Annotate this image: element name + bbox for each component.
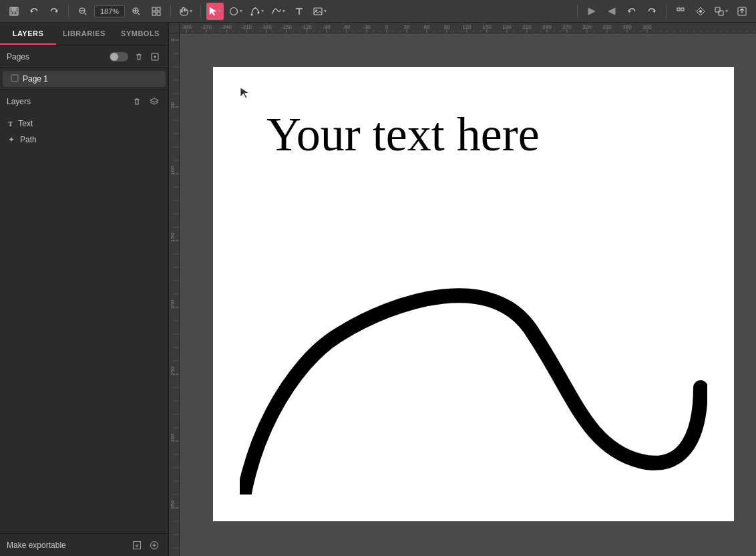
ellipse-chevron: ▾ bbox=[240, 8, 242, 14]
ruler-horizontal bbox=[180, 23, 756, 33]
sep1 bbox=[68, 5, 69, 18]
top-toolbar: 187% ▾ ▾ ▾ ▾ bbox=[0, 0, 756, 23]
svg-line-6 bbox=[85, 13, 86, 15]
undo-button[interactable] bbox=[25, 3, 43, 20]
text-tool-button[interactable] bbox=[291, 3, 308, 20]
layers-list: T Text ✦ Path bbox=[0, 113, 168, 533]
ruler-corner bbox=[169, 23, 180, 33]
flip-button[interactable] bbox=[603, 3, 620, 20]
add-page-button[interactable] bbox=[148, 50, 162, 63]
layers-icons bbox=[130, 94, 162, 109]
main-layout: Layers Libraries Symbols Pages bbox=[0, 23, 756, 556]
boolean-chevron: ▾ bbox=[725, 8, 728, 14]
svg-rect-13 bbox=[152, 12, 156, 15]
fit-button[interactable] bbox=[148, 3, 165, 20]
footer-icon-btn1[interactable] bbox=[130, 538, 144, 553]
sep4 bbox=[577, 5, 578, 18]
path-chevron: ▾ bbox=[261, 8, 264, 14]
footer-add-btn[interactable] bbox=[147, 538, 162, 553]
ellipse-tool-button[interactable]: ▾ bbox=[226, 3, 245, 20]
layers-header: Layers bbox=[0, 90, 168, 113]
svg-point-20 bbox=[315, 9, 317, 11]
path-tool-group: ▾ bbox=[248, 3, 266, 20]
pages-icons bbox=[132, 50, 162, 63]
toggle-thumb bbox=[110, 53, 118, 61]
svg-marker-21 bbox=[588, 8, 595, 15]
svg-line-10 bbox=[138, 13, 140, 15]
layer-item-path[interactable]: ✦ Path bbox=[0, 132, 168, 148]
svg-rect-24 bbox=[681, 8, 684, 11]
footer-icons bbox=[130, 538, 162, 553]
frame-button[interactable] bbox=[672, 3, 689, 20]
curve-chevron: ▾ bbox=[282, 8, 285, 14]
pages-toggle[interactable] bbox=[110, 52, 128, 61]
delete-page-button[interactable] bbox=[132, 50, 146, 63]
layer-item-path-label: Path bbox=[20, 135, 37, 144]
page-item-page1[interactable]: Page 1 bbox=[3, 71, 166, 87]
svg-point-17 bbox=[258, 11, 260, 13]
svg-point-18 bbox=[254, 7, 256, 9]
zoom-in-button[interactable] bbox=[128, 3, 145, 20]
zoom-display[interactable]: 187% bbox=[94, 5, 125, 17]
sep3 bbox=[200, 5, 201, 18]
svg-rect-19 bbox=[314, 8, 322, 15]
layer-item-text[interactable]: T Text bbox=[0, 116, 168, 132]
path-tool-button[interactable]: ▾ bbox=[248, 3, 266, 20]
canvas-area: Your text here bbox=[169, 23, 756, 556]
image-tool-group: ▾ bbox=[311, 3, 329, 20]
curve-tool-group: ▾ bbox=[269, 3, 288, 20]
boolean-button[interactable]: ▾ bbox=[712, 3, 731, 20]
redo-button[interactable] bbox=[45, 3, 63, 20]
svg-rect-3 bbox=[13, 12, 15, 14]
tab-layers[interactable]: Layers bbox=[0, 23, 56, 45]
curve-tool-button[interactable]: ▾ bbox=[269, 3, 288, 20]
panel-tabs: Layers Libraries Symbols bbox=[0, 23, 168, 45]
add-layer-button[interactable] bbox=[147, 94, 162, 109]
layer-item-text-label: Text bbox=[18, 119, 33, 128]
select-tool-button[interactable]: ▾ bbox=[206, 3, 224, 20]
svg-rect-33 bbox=[134, 541, 141, 549]
toolbar-right: ▾ bbox=[574, 3, 751, 20]
toggle-track[interactable] bbox=[110, 52, 128, 61]
svg-rect-12 bbox=[157, 7, 160, 11]
svg-rect-14 bbox=[157, 12, 160, 15]
pages-label: Pages bbox=[7, 52, 110, 61]
svg-rect-11 bbox=[152, 7, 156, 11]
image-tool-button[interactable]: ▾ bbox=[311, 3, 329, 20]
align-left-button[interactable] bbox=[583, 3, 600, 20]
undo2-button[interactable] bbox=[623, 3, 640, 20]
svg-point-16 bbox=[251, 13, 253, 15]
canvas-page: Your text here bbox=[213, 67, 734, 521]
page-icon bbox=[11, 74, 19, 84]
pages-header: Pages bbox=[0, 45, 168, 68]
canvas-path-element bbox=[240, 214, 707, 497]
ellipse-tool-group: ▾ bbox=[226, 3, 245, 20]
export-button[interactable] bbox=[733, 3, 751, 20]
select-chevron: ▾ bbox=[218, 8, 221, 14]
hand-chevron: ▾ bbox=[190, 8, 192, 14]
canvas-viewport[interactable]: Your text here bbox=[180, 33, 756, 556]
sep2 bbox=[170, 5, 171, 18]
zoom-out-button[interactable] bbox=[74, 3, 91, 20]
redo2-button[interactable] bbox=[643, 3, 660, 20]
svg-rect-26 bbox=[715, 7, 720, 12]
svg-marker-22 bbox=[608, 8, 615, 15]
page-item-label: Page 1 bbox=[23, 74, 48, 84]
layers-section: Layers T Text ✦ bbox=[0, 90, 168, 533]
image-chevron: ▾ bbox=[324, 8, 327, 14]
canvas-text-element[interactable]: Your text here bbox=[266, 107, 540, 162]
hand-tool-button[interactable]: ▾ bbox=[176, 3, 195, 20]
layers-label: Layers bbox=[7, 97, 130, 106]
sep5 bbox=[666, 5, 667, 18]
component2-button[interactable] bbox=[692, 3, 709, 20]
make-exportable-label: Make exportable bbox=[7, 541, 66, 550]
delete-layer-button[interactable] bbox=[130, 94, 144, 109]
save-button[interactable] bbox=[5, 3, 23, 20]
tab-symbols[interactable]: Symbols bbox=[112, 23, 168, 45]
tab-libraries[interactable]: Libraries bbox=[56, 23, 112, 45]
svg-rect-23 bbox=[677, 8, 680, 11]
select-tool-group: ▾ bbox=[206, 3, 224, 20]
panel-footer: Make exportable bbox=[0, 533, 168, 556]
svg-point-25 bbox=[699, 10, 702, 13]
pages-list: Page 1 bbox=[0, 68, 168, 90]
